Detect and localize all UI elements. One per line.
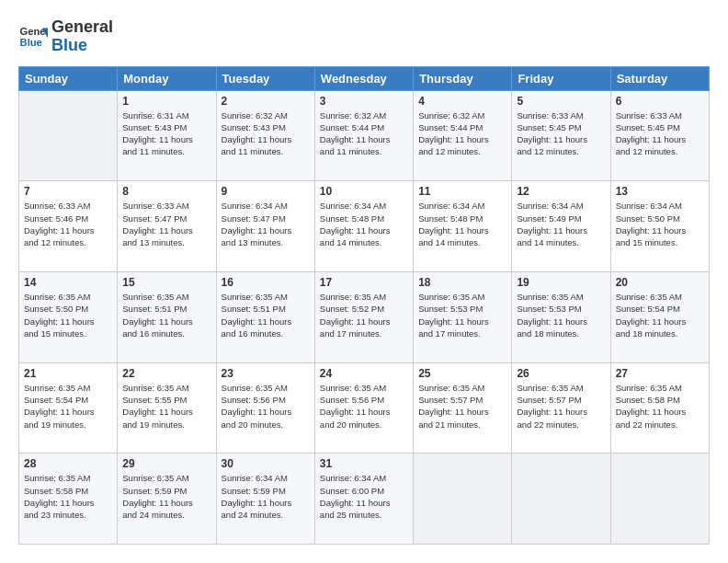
day-number: 14 [24,276,112,289]
calendar-day-cell: 25Sunrise: 6:35 AM Sunset: 5:57 PM Dayli… [414,362,512,454]
calendar-header-monday: Monday [118,66,216,90]
calendar-day-cell: 28Sunrise: 6:35 AM Sunset: 5:58 PM Dayli… [19,454,118,545]
day-number: 18 [418,276,506,289]
svg-text:Blue: Blue [20,36,42,47]
day-info: Sunrise: 6:33 AM Sunset: 5:45 PM Dayligh… [517,109,605,158]
calendar-header-row: SundayMondayTuesdayWednesdayThursdayFrid… [19,66,710,90]
logo-icon: General Blue [18,22,48,52]
calendar-day-cell: 31Sunrise: 6:34 AM Sunset: 6:00 PM Dayli… [314,454,413,545]
day-number: 11 [418,185,506,198]
calendar-week-row: 14Sunrise: 6:35 AM Sunset: 5:50 PM Dayli… [19,271,710,362]
day-number: 30 [222,457,310,470]
day-info: Sunrise: 6:35 AM Sunset: 5:59 PM Dayligh… [122,472,210,521]
day-info: Sunrise: 6:34 AM Sunset: 5:48 PM Dayligh… [320,200,408,248]
calendar-header-wednesday: Wednesday [314,66,413,90]
day-info: Sunrise: 6:34 AM Sunset: 5:48 PM Dayligh… [418,200,506,248]
day-number: 22 [122,367,210,380]
day-info: Sunrise: 6:35 AM Sunset: 5:57 PM Dayligh… [517,382,605,431]
day-number: 4 [418,95,506,108]
day-number: 13 [616,185,704,198]
day-number: 5 [517,95,605,108]
calendar-day-cell: 27Sunrise: 6:35 AM Sunset: 5:58 PM Dayli… [610,362,709,454]
calendar-table: SundayMondayTuesdayWednesdayThursdayFrid… [18,66,710,545]
day-number: 21 [24,367,112,380]
day-info: Sunrise: 6:35 AM Sunset: 5:57 PM Dayligh… [418,382,506,431]
header: General Blue General Blue [18,18,710,55]
day-number: 7 [24,185,112,198]
calendar-day-cell: 4Sunrise: 6:32 AM Sunset: 5:44 PM Daylig… [414,90,512,181]
calendar-header-saturday: Saturday [610,66,709,90]
day-number: 23 [222,367,310,380]
day-number: 15 [122,276,210,289]
calendar-day-cell: 26Sunrise: 6:35 AM Sunset: 5:57 PM Dayli… [512,362,610,454]
calendar-day-cell: 20Sunrise: 6:35 AM Sunset: 5:54 PM Dayli… [610,271,709,362]
day-number: 26 [517,367,605,380]
day-info: Sunrise: 6:33 AM Sunset: 5:46 PM Dayligh… [24,200,112,248]
calendar-day-cell: 19Sunrise: 6:35 AM Sunset: 5:53 PM Dayli… [512,271,610,362]
calendar-day-cell: 22Sunrise: 6:35 AM Sunset: 5:55 PM Dayli… [118,362,216,454]
day-number: 24 [320,367,408,380]
calendar-day-cell [19,90,118,181]
day-info: Sunrise: 6:35 AM Sunset: 5:51 PM Dayligh… [122,291,210,339]
logo-text: General Blue [51,18,113,55]
day-number: 29 [122,457,210,470]
day-info: Sunrise: 6:32 AM Sunset: 5:43 PM Dayligh… [222,109,310,158]
day-info: Sunrise: 6:34 AM Sunset: 5:59 PM Dayligh… [222,472,310,521]
day-info: Sunrise: 6:31 AM Sunset: 5:43 PM Dayligh… [122,109,210,158]
calendar-week-row: 7Sunrise: 6:33 AM Sunset: 5:46 PM Daylig… [19,181,710,272]
calendar-day-cell: 6Sunrise: 6:33 AM Sunset: 5:45 PM Daylig… [610,90,709,181]
day-info: Sunrise: 6:34 AM Sunset: 5:47 PM Dayligh… [222,200,310,248]
day-info: Sunrise: 6:32 AM Sunset: 5:44 PM Dayligh… [320,109,408,158]
day-number: 8 [122,185,210,198]
calendar-header-thursday: Thursday [414,66,512,90]
calendar-day-cell: 1Sunrise: 6:31 AM Sunset: 5:43 PM Daylig… [118,90,216,181]
calendar-week-row: 1Sunrise: 6:31 AM Sunset: 5:43 PM Daylig… [19,90,710,181]
day-info: Sunrise: 6:35 AM Sunset: 5:56 PM Dayligh… [222,382,310,431]
day-info: Sunrise: 6:35 AM Sunset: 5:54 PM Dayligh… [24,382,112,431]
calendar-day-cell: 2Sunrise: 6:32 AM Sunset: 5:43 PM Daylig… [216,90,314,181]
day-info: Sunrise: 6:35 AM Sunset: 5:52 PM Dayligh… [320,291,408,339]
page: General Blue General Blue SundayMondayTu… [0,0,728,563]
calendar-day-cell: 11Sunrise: 6:34 AM Sunset: 5:48 PM Dayli… [414,181,512,272]
day-info: Sunrise: 6:35 AM Sunset: 5:55 PM Dayligh… [122,382,210,431]
day-info: Sunrise: 6:35 AM Sunset: 5:54 PM Dayligh… [616,291,704,339]
calendar-day-cell: 29Sunrise: 6:35 AM Sunset: 5:59 PM Dayli… [118,454,216,545]
day-number: 10 [320,185,408,198]
calendar-day-cell: 16Sunrise: 6:35 AM Sunset: 5:51 PM Dayli… [216,271,314,362]
day-number: 9 [222,185,310,198]
day-info: Sunrise: 6:35 AM Sunset: 5:58 PM Dayligh… [24,472,112,521]
logo: General Blue General Blue [18,18,113,55]
day-number: 3 [320,95,408,108]
calendar-day-cell: 15Sunrise: 6:35 AM Sunset: 5:51 PM Dayli… [118,271,216,362]
calendar-day-cell: 13Sunrise: 6:34 AM Sunset: 5:50 PM Dayli… [610,181,709,272]
calendar-day-cell: 23Sunrise: 6:35 AM Sunset: 5:56 PM Dayli… [216,362,314,454]
calendar-day-cell [610,454,709,545]
calendar-day-cell: 8Sunrise: 6:33 AM Sunset: 5:47 PM Daylig… [118,181,216,272]
day-number: 31 [320,457,408,470]
calendar-day-cell: 3Sunrise: 6:32 AM Sunset: 5:44 PM Daylig… [314,90,413,181]
day-number: 25 [418,367,506,380]
calendar-day-cell [512,454,610,545]
day-info: Sunrise: 6:34 AM Sunset: 6:00 PM Dayligh… [320,472,408,521]
calendar-day-cell: 14Sunrise: 6:35 AM Sunset: 5:50 PM Dayli… [19,271,118,362]
day-number: 6 [616,95,704,108]
day-number: 20 [616,276,704,289]
calendar-day-cell: 7Sunrise: 6:33 AM Sunset: 5:46 PM Daylig… [19,181,118,272]
day-number: 12 [517,185,605,198]
calendar-day-cell: 5Sunrise: 6:33 AM Sunset: 5:45 PM Daylig… [512,90,610,181]
day-info: Sunrise: 6:35 AM Sunset: 5:53 PM Dayligh… [418,291,506,339]
day-number: 27 [616,367,704,380]
day-info: Sunrise: 6:34 AM Sunset: 5:49 PM Dayligh… [517,200,605,248]
calendar-week-row: 28Sunrise: 6:35 AM Sunset: 5:58 PM Dayli… [19,454,710,545]
calendar-day-cell: 17Sunrise: 6:35 AM Sunset: 5:52 PM Dayli… [314,271,413,362]
calendar-day-cell: 9Sunrise: 6:34 AM Sunset: 5:47 PM Daylig… [216,181,314,272]
calendar-day-cell [414,454,512,545]
calendar-header-friday: Friday [512,66,610,90]
day-info: Sunrise: 6:35 AM Sunset: 5:56 PM Dayligh… [320,382,408,431]
day-number: 1 [122,95,210,108]
calendar-header-sunday: Sunday [19,66,118,90]
day-number: 19 [517,276,605,289]
day-info: Sunrise: 6:34 AM Sunset: 5:50 PM Dayligh… [616,200,704,248]
calendar-day-cell: 30Sunrise: 6:34 AM Sunset: 5:59 PM Dayli… [216,454,314,545]
calendar-day-cell: 21Sunrise: 6:35 AM Sunset: 5:54 PM Dayli… [19,362,118,454]
